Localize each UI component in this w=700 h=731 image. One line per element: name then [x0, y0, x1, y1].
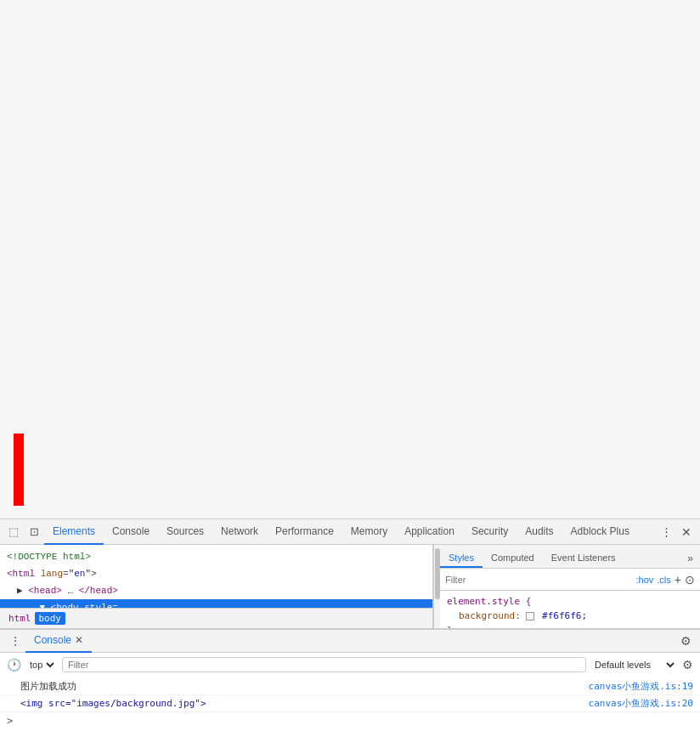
red-rectangle	[14, 434, 24, 506]
gear-icon: ⚙	[680, 634, 692, 648]
tab-console[interactable]: Console	[104, 519, 158, 545]
console-tabs-bar: ⋮ Console ✕ ⚙	[0, 629, 700, 653]
elements-panel: <!DOCTYPE html> <html lang="en"> ▶ <head…	[0, 545, 433, 628]
console-log-area: 图片加载成功 canvas小鱼游戏.is:19 <img src="images…	[0, 677, 700, 731]
more-options-button[interactable]: ⋮	[656, 522, 676, 542]
breadcrumb-html[interactable]: html	[7, 613, 33, 624]
tab-elements[interactable]: Elements	[44, 519, 104, 545]
elements-scrollbar[interactable]	[433, 545, 440, 628]
console-context-select[interactable]: top	[26, 659, 57, 671]
dots-icon: ⋮	[9, 634, 21, 648]
tree-head[interactable]: ▶ <head> … </head>	[0, 582, 432, 599]
style-rule-element: element.style { background: #f6f6f6; }	[447, 594, 693, 628]
console-settings-icon[interactable]: ⚙	[682, 658, 693, 672]
device-toggle-button[interactable]: ⊡	[24, 522, 44, 542]
devtools-main: <!DOCTYPE html> <html lang="en"> ▶ <head…	[0, 545, 700, 628]
browser-viewport	[0, 0, 700, 518]
styles-content: element.style { background: #f6f6f6; } b…	[440, 591, 700, 628]
devtools-panel: ⬚ ⊡ Elements Console Sources Network Per…	[0, 518, 700, 731]
devtools-toolbar: ⬚ ⊡ Elements Console Sources Network Per…	[0, 519, 700, 545]
tree-html[interactable]: <html lang="en">	[0, 565, 432, 582]
tab-application[interactable]: Application	[396, 519, 463, 545]
color-swatch[interactable]	[526, 612, 534, 620]
console-clock-button[interactable]: 🕐	[7, 658, 21, 672]
console-settings-button[interactable]: ⚙	[677, 634, 695, 648]
console-tab-close[interactable]: ✕	[75, 634, 83, 646]
tab-security[interactable]: Security	[463, 519, 517, 545]
console-log-line-2: <img src="images/background.jpg"> canvas…	[0, 695, 700, 712]
console-level-select[interactable]: Default levels	[591, 659, 677, 671]
styles-panel: Styles Computed Event Listeners » :hov .…	[440, 545, 700, 628]
inspect-element-button[interactable]: ⬚	[3, 522, 24, 542]
console-log-line-1: 图片加载成功 canvas小鱼游戏.is:19	[0, 678, 700, 695]
filter-hov-button[interactable]: :hov	[636, 575, 654, 585]
styles-filter-input[interactable]	[445, 575, 633, 585]
console-drawer: ⋮ Console ✕ ⚙ 🕐 top Default levels ⚙	[0, 628, 700, 731]
breadcrumb-body[interactable]: body	[35, 612, 66, 625]
more-icon: ⋮	[661, 525, 672, 538]
close-icon: ✕	[681, 525, 692, 539]
tab-sources[interactable]: Sources	[158, 519, 212, 545]
console-input-area: 🕐 top Default levels ⚙	[0, 653, 700, 677]
html-tree[interactable]: <!DOCTYPE html> <html lang="en"> ▶ <head…	[0, 545, 432, 608]
element-breadcrumb: html body	[0, 608, 432, 628]
tree-body-open[interactable]: ... ▼ <body style=	[0, 599, 432, 608]
tab-adblock[interactable]: Adblock Plus	[562, 519, 638, 545]
tab-memory[interactable]: Memory	[342, 519, 396, 545]
console-prompt-arrow: >	[7, 715, 13, 727]
console-filter-input[interactable]	[62, 657, 586, 672]
styles-tab-event-listeners[interactable]: Event Listeners	[543, 549, 624, 568]
console-tab-console[interactable]: Console ✕	[25, 629, 92, 653]
styles-tab-styles[interactable]: Styles	[440, 549, 483, 568]
styles-subtabs: Styles Computed Event Listeners »	[440, 545, 700, 569]
tab-audits[interactable]: Audits	[517, 519, 562, 545]
tab-network[interactable]: Network	[212, 519, 267, 545]
tree-doctype[interactable]: <!DOCTYPE html>	[0, 548, 432, 565]
console-prompt-line[interactable]: >	[0, 712, 700, 729]
console-more-button[interactable]: ⋮	[5, 631, 25, 651]
scroll-into-view-button[interactable]: ⊙	[685, 573, 695, 586]
styles-filter-bar: :hov .cls + ⊙	[440, 569, 700, 591]
scrollbar-thumb	[435, 548, 440, 599]
devtools-close-button[interactable]: ✕	[676, 522, 697, 542]
add-style-button[interactable]: +	[675, 573, 681, 586]
filter-cls-button[interactable]: .cls	[657, 575, 671, 585]
styles-tab-more[interactable]: »	[680, 549, 700, 568]
tab-performance[interactable]: Performance	[267, 519, 342, 545]
styles-tab-computed[interactable]: Computed	[483, 549, 543, 568]
